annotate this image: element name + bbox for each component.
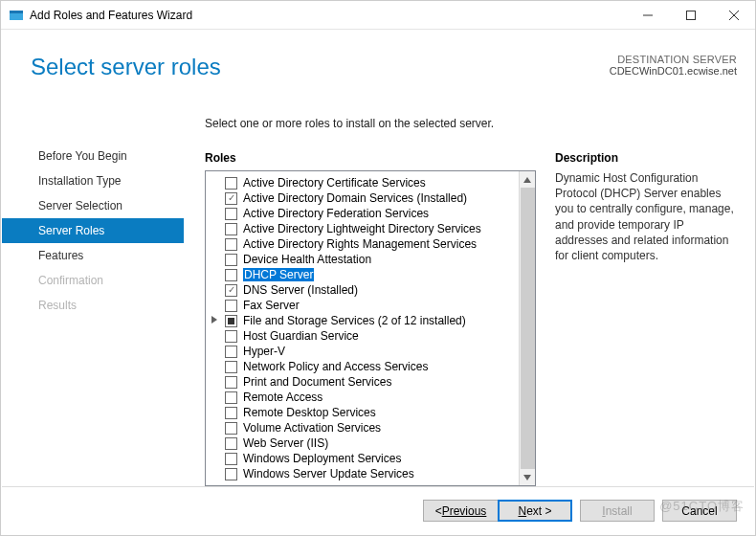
minimize-button[interactable]	[626, 1, 669, 30]
scrollbar-thumb[interactable]	[521, 188, 535, 469]
role-label: Network Policy and Access Services	[243, 360, 428, 373]
role-label: Windows Deployment Services	[243, 452, 401, 465]
role-label: Active Directory Rights Management Servi…	[243, 237, 477, 251]
role-checkbox[interactable]	[225, 361, 237, 373]
next-button[interactable]: Next >	[498, 500, 572, 522]
role-checkbox[interactable]	[225, 300, 237, 312]
description-text: Dynamic Host Configuration Protocol (DHC…	[555, 170, 737, 263]
role-checkbox[interactable]	[225, 407, 237, 419]
role-checkbox[interactable]	[225, 330, 237, 343]
destination-label: DESTINATION SERVER	[610, 54, 737, 65]
role-item[interactable]: DNS Server (Installed)	[206, 282, 519, 298]
destination-name: CDECWinDC01.ecwise.net	[610, 65, 737, 77]
step-results: Results	[2, 293, 184, 318]
wizard-content: Select server roles DESTINATION SERVER C…	[2, 31, 754, 534]
role-label: Host Guardian Service	[243, 329, 359, 343]
role-checkbox[interactable]	[225, 177, 237, 190]
page-title: Select server roles	[31, 54, 610, 80]
main-panel: Select one or more roles to install on t…	[184, 117, 754, 486]
role-item[interactable]: Active Directory Federation Services	[206, 206, 519, 221]
role-checkbox[interactable]	[225, 437, 237, 450]
role-label: Web Server (IIS)	[243, 436, 328, 450]
roles-column: Roles Active Directory Certificate Servi…	[205, 151, 536, 486]
roles-header: Roles	[205, 151, 536, 165]
scroll-down-icon[interactable]	[520, 469, 536, 485]
role-item[interactable]: Host Guardian Service	[206, 328, 519, 344]
cancel-button[interactable]: Cancel	[662, 500, 737, 522]
step-features[interactable]: Features	[2, 243, 184, 268]
role-label: Device Health Attestation	[243, 253, 371, 266]
role-checkbox[interactable]	[225, 391, 237, 404]
previous-button[interactable]: < Previous	[423, 500, 498, 522]
description-header: Description	[555, 151, 737, 165]
step-server-roles[interactable]: Server Roles	[2, 218, 184, 243]
close-button[interactable]	[712, 1, 755, 30]
role-label: Volume Activation Services	[243, 421, 381, 435]
install-button[interactable]: Install	[580, 500, 655, 522]
svg-rect-3	[686, 11, 695, 19]
description-column: Description Dynamic Host Configuration P…	[555, 151, 737, 486]
role-label: Remote Access	[243, 391, 322, 404]
app-icon	[9, 8, 24, 23]
role-label: Remote Desktop Services	[243, 406, 376, 419]
role-item[interactable]: Device Health Attestation	[206, 252, 519, 267]
role-label: File and Storage Services (2 of 12 insta…	[243, 314, 466, 327]
role-item[interactable]: Hyper-V	[206, 344, 519, 359]
role-checkbox[interactable]	[225, 223, 237, 235]
role-item[interactable]: Windows Server Update Services	[206, 466, 519, 481]
step-installation-type[interactable]: Installation Type	[2, 168, 184, 193]
role-checkbox[interactable]	[225, 422, 237, 435]
role-checkbox[interactable]	[225, 453, 237, 465]
svg-marker-7	[523, 177, 531, 183]
step-before-you-begin[interactable]: Before You Begin	[2, 144, 184, 168]
role-item[interactable]: Volume Activation Services	[206, 420, 519, 436]
role-checkbox[interactable]	[225, 468, 237, 480]
role-label: Active Directory Certificate Services	[243, 176, 426, 190]
role-checkbox[interactable]	[225, 238, 237, 251]
role-label: Hyper-V	[243, 345, 285, 358]
role-label: Windows Server Update Services	[243, 467, 414, 480]
role-checkbox[interactable]	[225, 346, 237, 358]
roles-scrollbar[interactable]	[519, 171, 535, 485]
role-checkbox[interactable]	[225, 208, 237, 220]
roles-listbox[interactable]: Active Directory Certificate ServicesAct…	[205, 170, 536, 486]
role-item[interactable]: Remote Access	[206, 390, 519, 405]
role-checkbox[interactable]	[225, 269, 237, 281]
role-label: Fax Server	[243, 299, 300, 312]
wizard-footer: < Previous Next > Install Cancel	[2, 486, 754, 534]
role-item[interactable]: DHCP Server	[206, 267, 519, 282]
maximize-button[interactable]	[669, 1, 712, 30]
step-server-selection[interactable]: Server Selection	[2, 193, 184, 218]
destination-block: DESTINATION SERVER CDECWinDC01.ecwise.ne…	[610, 54, 737, 77]
role-checkbox[interactable]	[225, 315, 237, 327]
role-item[interactable]: Network Policy and Access Services	[206, 359, 519, 374]
expand-icon[interactable]	[210, 315, 219, 324]
role-checkbox[interactable]	[225, 254, 237, 266]
role-checkbox[interactable]	[225, 284, 237, 297]
scroll-up-icon[interactable]	[520, 171, 536, 188]
role-item[interactable]: Print and Document Services	[206, 374, 519, 390]
step-confirmation: Confirmation	[2, 268, 184, 293]
titlebar: Add Roles and Features Wizard	[1, 1, 755, 30]
role-item[interactable]: Active Directory Lightweight Directory S…	[206, 221, 519, 236]
role-item[interactable]: Remote Desktop Services	[206, 405, 519, 420]
svg-marker-6	[211, 316, 217, 324]
svg-rect-1	[10, 11, 23, 13]
role-label: DNS Server (Installed)	[243, 283, 358, 297]
role-item[interactable]: Fax Server	[206, 298, 519, 313]
role-label: Active Directory Lightweight Directory S…	[243, 222, 481, 235]
role-item[interactable]: Active Directory Domain Services (Instal…	[206, 190, 519, 206]
role-label: Active Directory Federation Services	[243, 207, 429, 220]
role-label: Active Directory Domain Services (Instal…	[243, 191, 467, 205]
role-item[interactable]: Web Server (IIS)	[206, 436, 519, 451]
instruction-text: Select one or more roles to install on t…	[205, 117, 737, 130]
role-checkbox[interactable]	[225, 192, 237, 205]
window-title: Add Roles and Features Wizard	[30, 9, 626, 22]
role-item[interactable]: Active Directory Certificate Services	[206, 175, 519, 190]
role-label: Print and Document Services	[243, 375, 391, 389]
role-label: DHCP Server	[243, 268, 314, 281]
role-checkbox[interactable]	[225, 376, 237, 389]
role-item[interactable]: Active Directory Rights Management Servi…	[206, 236, 519, 252]
role-item[interactable]: Windows Deployment Services	[206, 451, 519, 466]
role-item[interactable]: File and Storage Services (2 of 12 insta…	[206, 313, 519, 328]
